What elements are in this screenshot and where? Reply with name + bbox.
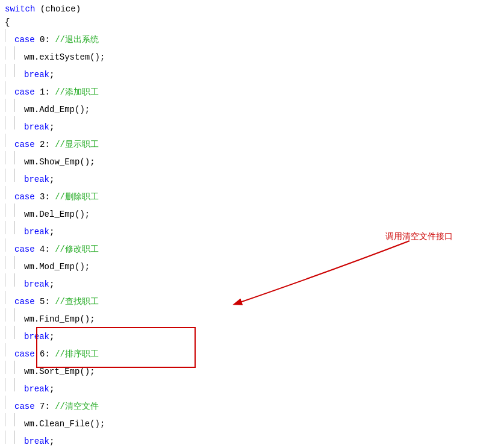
keyword: break (24, 435, 49, 448)
plain-text: ; (49, 278, 54, 291)
indent-guide (5, 186, 14, 199)
code-line: case 7: //清空文件 (0, 396, 501, 413)
plain-text: 7: (35, 400, 55, 413)
indent-guide (5, 169, 14, 182)
indent-guide (5, 46, 14, 60)
keyword: break (24, 330, 49, 343)
indent-guide (5, 134, 14, 147)
indent-guide (5, 81, 14, 95)
keyword: break (24, 382, 49, 396)
indent-guide (5, 378, 14, 391)
code-block: switch (choice){case 0: //退出系统wm.exitSys… (0, 0, 501, 448)
plain-text: ; (49, 68, 54, 81)
plain-text: ; (49, 435, 54, 448)
plain-text: wm.Del_Emp(); (24, 208, 90, 221)
indent-guide (14, 308, 24, 322)
plain-text: wm.exitSystem(); (24, 51, 105, 64)
keyword: break (24, 225, 49, 238)
keyword: case (14, 86, 35, 99)
code-line: case 3: //删除职工 (0, 186, 501, 204)
code-line: break; (0, 169, 501, 186)
comment: //清空文件 (55, 400, 99, 413)
comment: //修改职工 (55, 243, 99, 256)
plain-text: ; (49, 330, 54, 343)
indent-guide (5, 326, 14, 339)
keyword: break (24, 278, 49, 291)
indent-guide (5, 396, 14, 409)
indent-guide (5, 308, 14, 322)
comment: //排序职工 (55, 347, 99, 361)
indent-guide (5, 64, 14, 77)
indent-guide (5, 29, 14, 42)
plain-text: 2: (35, 138, 55, 151)
comment: //添加职工 (55, 86, 99, 99)
keyword: break (24, 173, 49, 186)
plain-text: ; (49, 173, 54, 186)
code-line: case 6: //排序职工 (0, 343, 501, 361)
indent-guide (5, 431, 14, 444)
indent-guide (14, 46, 24, 60)
indent-guide (14, 99, 24, 112)
comment: //删除职工 (55, 190, 99, 204)
plain-text: ; (49, 382, 54, 396)
indent-guide (14, 116, 24, 129)
plain-text: wm.Clean_File(); (24, 417, 105, 431)
indent-guide (14, 151, 24, 164)
keyword: case (14, 347, 35, 361)
code-line: wm.Del_Emp(); (0, 204, 501, 221)
code-line: case 0: //退出系统 (0, 29, 501, 46)
plain-text: 5: (35, 295, 55, 308)
code-line: break; (0, 378, 501, 396)
indent-guide (14, 221, 24, 234)
code-line: wm.Show_Emp(); (0, 151, 501, 169)
indent-guide (5, 116, 14, 129)
indent-guide (14, 413, 24, 426)
plain-text: wm.Mod_Emp(); (24, 260, 90, 273)
plain-text: wm.Add_Emp(); (24, 103, 90, 116)
code-line: wm.Add_Emp(); (0, 99, 501, 116)
comment: //显示职工 (55, 138, 99, 151)
code-line: wm.exitSystem(); (0, 46, 501, 64)
plain-text: 1: (35, 86, 55, 99)
indent-guide (5, 99, 14, 112)
code-line: break; (0, 326, 501, 343)
code-line: case 1: //添加职工 (0, 81, 501, 99)
indent-guide (5, 204, 14, 217)
code-line: break; (0, 64, 501, 81)
plain-text: wm.Find_Emp(); (24, 313, 95, 326)
indent-guide (14, 273, 24, 287)
plain-text: wm.Show_Emp(); (24, 155, 95, 169)
keyword: case (14, 138, 35, 151)
indent-guide (14, 169, 24, 182)
indent-guide (5, 361, 14, 374)
indent-guide (5, 151, 14, 164)
code-line: case 2: //显示职工 (0, 134, 501, 151)
plain-text: 0: (35, 33, 55, 46)
indent-guide (5, 238, 14, 252)
comment: //退出系统 (55, 33, 99, 46)
code-line: break; (0, 116, 501, 134)
plain-text: 4: (35, 243, 55, 256)
keyword: switch (5, 2, 35, 16)
keyword: case (14, 33, 35, 46)
plain-text: ; (49, 225, 54, 238)
code-line: break; (0, 273, 501, 291)
code-line: case 5: //查找职工 (0, 291, 501, 308)
code-line: switch (choice) (0, 2, 501, 16)
plain-text: 3: (35, 190, 55, 204)
indent-guide (14, 431, 24, 444)
code-line: { (0, 16, 501, 29)
plain-text: 6: (35, 347, 55, 361)
keyword: break (24, 68, 49, 81)
keyword: case (14, 243, 35, 256)
indent-guide (14, 361, 24, 374)
comment: //查找职工 (55, 295, 99, 308)
plain-text: wm.Sort_Emp(); (24, 365, 95, 378)
indent-guide (5, 343, 14, 356)
code-line: wm.Sort_Emp(); (0, 361, 501, 378)
code-line: wm.Mod_Emp(); (0, 256, 501, 273)
code-line: wm.Find_Emp(); (0, 308, 501, 326)
indent-guide (5, 256, 14, 269)
code-line: wm.Clean_File(); (0, 413, 501, 431)
indent-guide (5, 221, 14, 234)
